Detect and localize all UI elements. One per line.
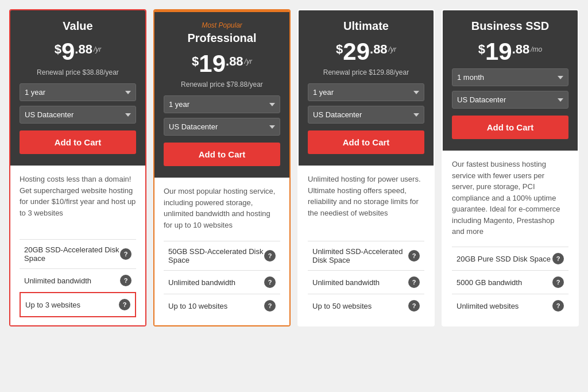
feature-item: Up to 10 websites? bbox=[164, 294, 280, 317]
feature-label: 5000 GB bandwidth bbox=[457, 278, 552, 287]
plan-name: Professional bbox=[164, 32, 280, 45]
feature-item: 50GB SSD-Accelerated Disk Space? bbox=[164, 241, 280, 270]
price-whole: 9 bbox=[61, 40, 75, 64]
datacenter-select[interactable]: US DatacenterEU Datacenter bbox=[20, 106, 136, 124]
plan-card-business-ssd: Business SSD$19.88/mo1 month6 months1 ye… bbox=[442, 9, 579, 326]
feature-label: 20GB Pure SSD Disk Space bbox=[457, 255, 552, 263]
help-icon[interactable]: ? bbox=[264, 276, 276, 288]
plan-price-row: $29.88/yr bbox=[308, 40, 424, 64]
plan-body: Hosting costs less than a domain! Get su… bbox=[10, 166, 145, 325]
renewal-price: Renewal price $129.88/year bbox=[308, 68, 424, 76]
term-select[interactable]: 1 year2 years3 years bbox=[308, 83, 424, 101]
price-period: /yr bbox=[389, 45, 396, 53]
help-icon[interactable]: ? bbox=[552, 253, 564, 264]
price-whole: 29 bbox=[343, 40, 370, 64]
help-icon[interactable]: ? bbox=[408, 300, 420, 312]
plan-name: Business SSD bbox=[452, 20, 568, 33]
price-period: /yr bbox=[94, 45, 101, 53]
add-to-cart-button[interactable]: Add to Cart bbox=[164, 143, 280, 166]
features-list: 20GB Pure SSD Disk Space?5000 GB bandwid… bbox=[452, 247, 568, 317]
most-popular-badge: Most Popular bbox=[164, 21, 280, 29]
help-icon[interactable]: ? bbox=[552, 276, 564, 288]
feature-label: Up to 50 websites bbox=[312, 302, 408, 310]
feature-label: Unlimited bandwidth bbox=[24, 276, 120, 285]
feature-item: Unlimited websites? bbox=[452, 294, 568, 317]
feature-item: Unlimited bandwidth? bbox=[308, 270, 424, 294]
feature-item: 5000 GB bandwidth? bbox=[452, 270, 568, 294]
help-icon[interactable]: ? bbox=[552, 300, 564, 312]
price-whole: 19 bbox=[199, 52, 226, 76]
feature-label: Unlimited websites bbox=[457, 302, 552, 310]
feature-label: Unlimited bandwidth bbox=[168, 278, 264, 287]
term-select[interactable]: 1 year2 years3 years bbox=[164, 95, 280, 113]
feature-item: 20GB SSD-Accelerated Disk Space? bbox=[20, 239, 136, 268]
plan-description: Our most popular hosting service, includ… bbox=[164, 186, 280, 232]
feature-item: 20GB Pure SSD Disk Space? bbox=[452, 247, 568, 270]
features-list: Unlimited SSD-Accelerated Disk Space?Unl… bbox=[308, 241, 424, 317]
price-period: /yr bbox=[245, 57, 252, 66]
help-icon[interactable]: ? bbox=[120, 248, 131, 260]
feature-item: Up to 3 websites? bbox=[20, 292, 136, 317]
help-icon[interactable]: ? bbox=[120, 275, 131, 286]
plan-description: Hosting costs less than a domain! Get su… bbox=[20, 174, 136, 220]
price-period: /mo bbox=[531, 45, 542, 53]
plan-header-ultimate: Ultimate$29.88/yrRenewal price $129.88/y… bbox=[299, 10, 434, 166]
plan-card-value: Value$9.88/yrRenewal price $38.88/year1 … bbox=[9, 9, 146, 326]
plan-header-business-ssd: Business SSD$19.88/mo1 month6 months1 ye… bbox=[443, 10, 578, 151]
term-select[interactable]: 1 year2 years3 years bbox=[20, 83, 136, 101]
price-cents: .88 bbox=[226, 54, 243, 69]
help-icon[interactable]: ? bbox=[264, 250, 276, 262]
feature-label: Unlimited bandwidth bbox=[312, 278, 408, 287]
price-dollar: $ bbox=[55, 42, 61, 57]
price-cents: .88 bbox=[370, 42, 388, 57]
price-cents: .88 bbox=[75, 42, 92, 57]
feature-label: Up to 3 websites bbox=[25, 301, 119, 309]
feature-item: Unlimited bandwidth? bbox=[164, 270, 280, 294]
price-dollar: $ bbox=[478, 42, 485, 57]
plan-body: Our most popular hosting service, includ… bbox=[154, 178, 289, 325]
plan-body: Our fastest business hosting service wit… bbox=[443, 151, 578, 325]
feature-item: Unlimited SSD-Accelerated Disk Space? bbox=[308, 241, 424, 270]
plan-price-row: $19.88/yr bbox=[164, 52, 280, 76]
plan-card-professional: Most PopularProfessional$19.88/yrRenewal… bbox=[153, 9, 291, 326]
renewal-price: Renewal price $78.88/year bbox=[164, 80, 280, 89]
feature-item: Up to 50 websites? bbox=[308, 294, 424, 317]
plan-price-row: $9.88/yr bbox=[20, 40, 136, 64]
feature-label: Up to 10 websites bbox=[168, 302, 264, 310]
feature-item: Unlimited bandwidth? bbox=[20, 268, 136, 292]
term-select[interactable]: 1 month6 months1 year bbox=[452, 68, 568, 86]
plans-container: Value$9.88/yrRenewal price $38.88/year1 … bbox=[9, 9, 579, 326]
plan-card-ultimate: Ultimate$29.88/yrRenewal price $129.88/y… bbox=[297, 9, 435, 326]
plan-description: Unlimited hosting for power users. Ultim… bbox=[308, 174, 424, 220]
plan-header-professional: Most PopularProfessional$19.88/yrRenewal… bbox=[154, 10, 289, 178]
plan-name: Value bbox=[20, 20, 136, 33]
plan-header-value: Value$9.88/yrRenewal price $38.88/year1 … bbox=[10, 10, 145, 166]
help-icon[interactable]: ? bbox=[408, 250, 420, 262]
datacenter-select[interactable]: US DatacenterEU Datacenter bbox=[308, 106, 424, 124]
plan-body: Unlimited hosting for power users. Ultim… bbox=[299, 166, 434, 325]
features-list: 20GB SSD-Accelerated Disk Space?Unlimite… bbox=[20, 239, 136, 317]
feature-label: 50GB SSD-Accelerated Disk Space bbox=[168, 247, 264, 264]
datacenter-select[interactable]: US DatacenterEU Datacenter bbox=[452, 91, 568, 109]
renewal-price: Renewal price $38.88/year bbox=[20, 68, 136, 76]
add-to-cart-button[interactable]: Add to Cart bbox=[20, 130, 136, 154]
add-to-cart-button[interactable]: Add to Cart bbox=[452, 116, 568, 139]
price-dollar: $ bbox=[192, 54, 199, 69]
price-whole: 19 bbox=[485, 40, 512, 64]
datacenter-select[interactable]: US DatacenterEU Datacenter bbox=[164, 118, 280, 136]
add-to-cart-button[interactable]: Add to Cart bbox=[308, 130, 424, 154]
help-icon[interactable]: ? bbox=[408, 276, 420, 288]
help-icon[interactable]: ? bbox=[264, 300, 276, 312]
plan-name: Ultimate bbox=[308, 20, 424, 33]
feature-label: 20GB SSD-Accelerated Disk Space bbox=[24, 245, 120, 263]
help-icon[interactable]: ? bbox=[119, 299, 130, 310]
features-list: 50GB SSD-Accelerated Disk Space?Unlimite… bbox=[164, 241, 280, 317]
price-dollar: $ bbox=[336, 42, 343, 57]
price-cents: .88 bbox=[512, 42, 530, 57]
plan-price-row: $19.88/mo bbox=[452, 40, 568, 64]
plan-description: Our fastest business hosting service wit… bbox=[452, 159, 568, 237]
feature-label: Unlimited SSD-Accelerated Disk Space bbox=[312, 247, 408, 264]
